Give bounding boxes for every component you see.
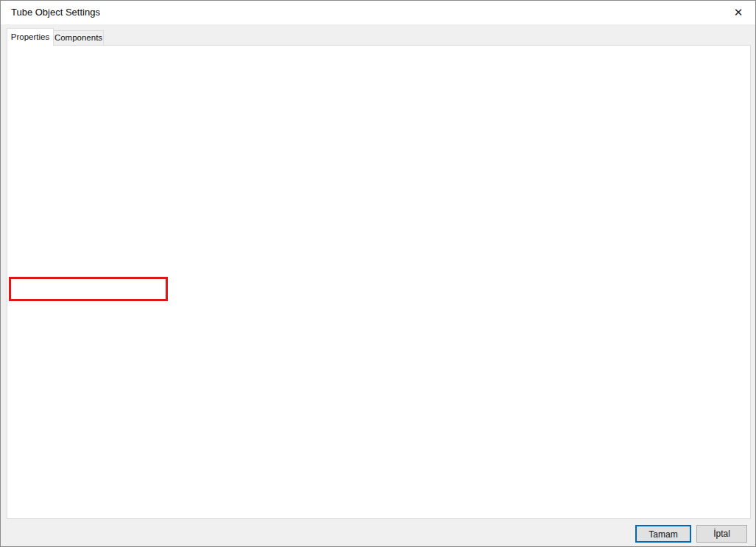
properties-tab-page — [7, 45, 751, 519]
dialog-title: Tube Object Settings — [11, 7, 100, 18]
close-icon[interactable]: ✕ — [727, 4, 749, 21]
cancel-button[interactable]: İptal — [696, 525, 747, 543]
ok-button[interactable]: Tamam — [635, 525, 691, 543]
tab-properties[interactable]: Properties — [7, 28, 54, 46]
tube-object-settings-dialog: Tube Object Settings ✕ Properties Compon… — [0, 0, 756, 547]
tab-components[interactable]: Components — [53, 30, 104, 46]
title-bar: Tube Object Settings ✕ — [1, 1, 755, 24]
